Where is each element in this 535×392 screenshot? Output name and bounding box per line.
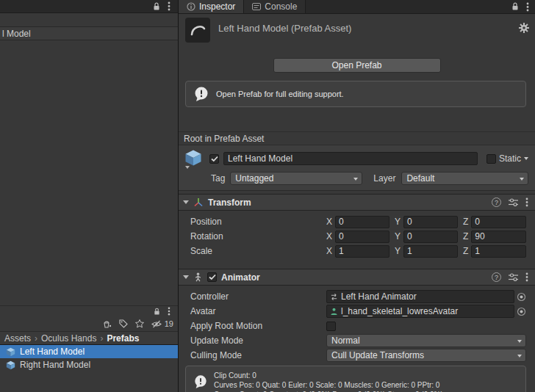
open-prefab-button[interactable]: Open Prefab	[273, 58, 441, 73]
gameobject-icon[interactable]	[184, 149, 205, 168]
layer-value: Default	[406, 173, 434, 184]
help-icon[interactable]	[492, 272, 501, 282]
scale-z-field[interactable]: 1	[471, 245, 526, 258]
update-mode-dropdown[interactable]: Normal	[326, 334, 526, 347]
culling-mode-dropdown[interactable]: Cull Update Transforms	[326, 349, 526, 362]
label-icon[interactable]	[119, 319, 128, 328]
chevron-right-icon	[35, 333, 37, 344]
position-y-field[interactable]: 0	[403, 216, 458, 228]
static-checkbox[interactable]	[486, 154, 496, 164]
apply-root-motion-checkbox[interactable]	[326, 322, 336, 331]
rotation-x-field[interactable]: 0	[335, 231, 389, 243]
prefab-help-box: Open Prefab for full editing support.	[185, 81, 526, 107]
panel-empty-area	[0, 40, 178, 305]
axis-z-label: Z	[463, 231, 468, 242]
component-header-controls	[492, 197, 528, 207]
animator-enabled-checkbox[interactable]	[207, 272, 217, 282]
controller-row: Controller Left Hand Animator	[179, 289, 535, 304]
project-panel-titlebar	[0, 305, 178, 316]
axis-y-label: Y	[395, 231, 401, 242]
kebab-menu-icon[interactable]	[525, 272, 528, 282]
controller-object-field[interactable]: Left Hand Animator	[326, 290, 514, 303]
tab-inspector[interactable]: Inspector	[179, 0, 244, 13]
tag-layer-row: Tag Untagged Layer Default	[184, 172, 528, 185]
lock-icon[interactable]	[154, 308, 160, 316]
rotation-row: Rotation X0 Y0 Z90	[179, 229, 535, 244]
tab-label: Console	[265, 1, 297, 12]
info-bubble-icon	[193, 86, 209, 102]
prefab-title: Left Hand Model (Prefab Asset)	[218, 23, 519, 34]
avatar-object-field[interactable]: l_hand_skeletal_lowresAvatar	[326, 305, 514, 318]
gameobject-name-input[interactable]	[223, 152, 478, 165]
eye-hidden-icon[interactable]	[151, 320, 162, 328]
kebab-menu-icon[interactable]	[168, 1, 170, 11]
open-prefab-row: Open Prefab	[179, 58, 535, 73]
scale-x-field[interactable]: 1	[335, 245, 389, 258]
animator-info-box: Clip Count: 0 Curves Pos: 0 Quat: 0 Eule…	[185, 366, 526, 392]
paint-bucket-icon[interactable]	[102, 319, 112, 329]
lock-icon[interactable]	[153, 2, 160, 11]
kebab-menu-icon[interactable]	[168, 307, 170, 316]
animator-controller-icon	[330, 293, 338, 301]
component-title: Animator	[221, 272, 260, 283]
object-picker-icon[interactable]	[517, 292, 526, 302]
breadcrumb-item-assets[interactable]: Assets	[4, 333, 31, 344]
prefab-preview-icon[interactable]	[185, 18, 210, 43]
panel-spacer	[0, 13, 178, 26]
lock-icon[interactable]	[511, 2, 519, 11]
transform-icon	[193, 197, 204, 208]
chevron-down-icon[interactable]	[185, 166, 190, 169]
property-label: Culling Mode	[190, 350, 326, 360]
component-title: Transform	[208, 197, 251, 208]
update-mode-value: Normal	[331, 335, 360, 346]
asset-list: Left Hand Model Right Hand Model	[0, 345, 178, 392]
scale-y-field[interactable]: 1	[403, 245, 458, 258]
prefab-cube-icon	[6, 347, 15, 357]
foldout-icon[interactable]	[183, 275, 189, 279]
hidden-count: 19	[165, 319, 173, 328]
presets-icon[interactable]	[509, 198, 518, 206]
tag-dropdown[interactable]: Untagged	[230, 172, 362, 185]
apply-root-motion-row: Apply Root Motion	[179, 319, 535, 333]
tag-value: Untagged	[235, 173, 273, 184]
property-label: Rotation	[190, 231, 326, 242]
tag-label: Tag	[211, 173, 225, 184]
position-x-field[interactable]: 0	[335, 216, 389, 228]
help-icon[interactable]	[492, 197, 501, 207]
rotation-z-field[interactable]: 90	[471, 231, 526, 243]
axis-x-label: X	[326, 217, 332, 227]
static-toggle[interactable]: Static	[486, 153, 528, 164]
axis-z-label: Z	[463, 217, 468, 227]
animator-header[interactable]: Animator	[179, 269, 535, 286]
position-z-field[interactable]: 0	[471, 216, 526, 228]
foldout-icon[interactable]	[183, 200, 189, 204]
transform-header[interactable]: Transform	[179, 194, 535, 211]
tab-bar: Inspector Console	[179, 0, 535, 14]
position-row: Position X0 Y0 Z0	[179, 214, 535, 229]
gear-icon[interactable]	[519, 23, 529, 33]
inspector-icon	[187, 2, 195, 11]
layer-dropdown[interactable]: Default	[401, 172, 528, 185]
avatar-row: Avatar l_hand_skeletal_lowresAvatar	[179, 304, 535, 319]
star-icon[interactable]	[135, 319, 144, 328]
object-picker-icon[interactable]	[517, 307, 526, 316]
asset-item-right-hand-model[interactable]: Right Hand Model	[0, 358, 178, 371]
active-checkbox[interactable]	[209, 154, 219, 164]
breadcrumb-item-oculus-hands[interactable]: Oculus Hands	[41, 333, 96, 344]
tab-label: Inspector	[199, 1, 235, 12]
presets-icon[interactable]	[509, 273, 518, 281]
left-panel-titlebar	[0, 0, 178, 13]
transform-body: Position X0 Y0 Z0 Rotation X0 Y0 Z90 Sca…	[179, 211, 535, 263]
animator-body: Controller Left Hand Animator Avatar	[179, 286, 535, 392]
kebab-menu-icon[interactable]	[526, 2, 529, 12]
property-label: Controller	[190, 291, 326, 302]
breadcrumb-item-prefabs[interactable]: Prefabs	[107, 333, 139, 344]
prefab-header: Left Hand Model (Prefab Asset)	[179, 14, 535, 57]
kebab-menu-icon[interactable]	[525, 197, 528, 207]
tab-console[interactable]: Console	[244, 0, 306, 13]
axis-x-label: X	[326, 231, 332, 242]
static-dropdown-icon[interactable]	[524, 157, 528, 160]
rotation-y-field[interactable]: 0	[403, 231, 458, 243]
tree-item-partial[interactable]: l Model	[0, 26, 178, 40]
asset-item-left-hand-model[interactable]: Left Hand Model	[0, 345, 178, 358]
